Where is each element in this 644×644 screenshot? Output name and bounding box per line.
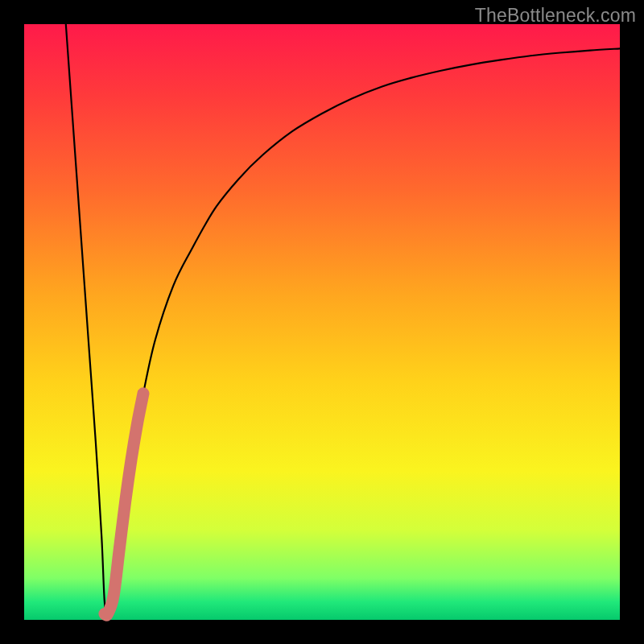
chart-svg — [24, 24, 620, 620]
highlight-segment-path — [105, 394, 143, 615]
bottleneck-curve-path — [66, 24, 620, 614]
watermark-text: TheBottleneck.com — [475, 5, 636, 27]
chart-frame: TheBottleneck.com — [0, 0, 644, 644]
